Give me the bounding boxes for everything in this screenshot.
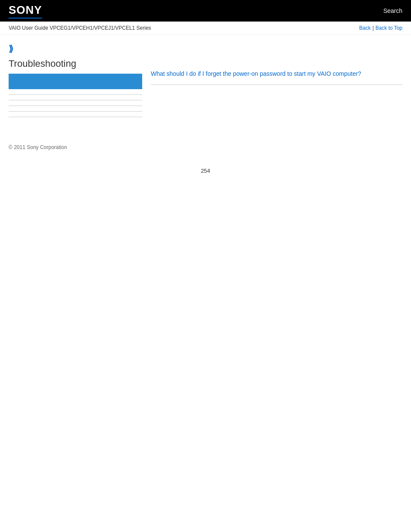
back-to-top-link[interactable]: Back to Top	[376, 25, 402, 31]
separator: |	[372, 25, 374, 31]
main-content: ⟫ Troubleshooting What should I do if I …	[0, 35, 411, 122]
sidebar-active-item[interactable]	[9, 74, 142, 89]
sony-logo: SONY	[9, 3, 42, 19]
page-number: 254	[0, 159, 411, 183]
guide-title: VAIO User Guide VPCEG1/VPCEH1/VPCEJ1/VPC…	[9, 25, 151, 31]
sidebar-title: Troubleshooting	[9, 58, 142, 69]
content-link[interactable]: What should I do if I forget the power-o…	[151, 69, 402, 78]
sidebar: ⟫ Troubleshooting	[9, 44, 142, 122]
nav-bar: VAIO User Guide VPCEG1/VPCEH1/VPCEJ1/VPC…	[0, 22, 411, 35]
back-link[interactable]: Back	[359, 25, 371, 31]
search-button[interactable]: Search	[383, 7, 402, 14]
footer: © 2011 Sony Corporation	[0, 135, 411, 159]
sidebar-divider-4	[9, 111, 142, 112]
sidebar-divider-5	[9, 117, 142, 117]
content-area: What should I do if I forget the power-o…	[151, 44, 402, 122]
nav-links: Back | Back to Top	[359, 25, 402, 31]
content-divider	[151, 84, 402, 85]
copyright-text: © 2011 Sony Corporation	[9, 144, 67, 150]
sidebar-divider-3	[9, 106, 142, 106]
sidebar-divider-2	[9, 100, 142, 100]
sidebar-divider-1	[9, 94, 142, 95]
section-arrow-icon: ⟫	[9, 44, 142, 54]
header: SONY Search	[0, 0, 411, 22]
